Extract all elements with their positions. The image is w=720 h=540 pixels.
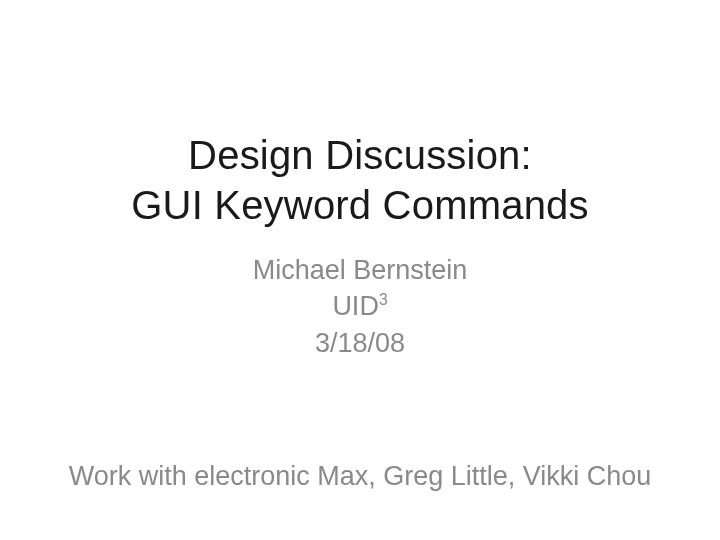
date: 3/18/08 [253, 325, 468, 361]
title-line-1: Design Discussion: [131, 130, 588, 180]
title-line-2: GUI Keyword Commands [131, 180, 588, 230]
slide-subtitle: Michael Bernstein UID3 3/18/08 [253, 252, 468, 361]
affiliation-sup: 3 [379, 291, 388, 308]
author-name: Michael Bernstein [253, 252, 468, 288]
slide-title: Design Discussion: GUI Keyword Commands [131, 130, 588, 230]
affiliation: UID3 [253, 288, 468, 324]
credits-line: Work with electronic Max, Greg Little, V… [0, 461, 720, 492]
affiliation-base: UID [332, 291, 379, 321]
